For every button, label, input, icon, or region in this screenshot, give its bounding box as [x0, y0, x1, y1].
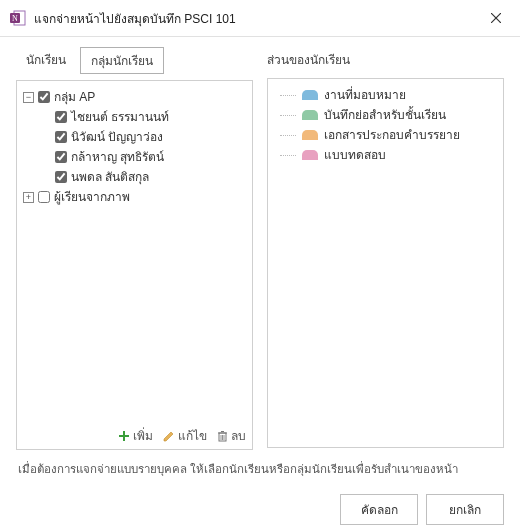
- section-tab-icon: [302, 130, 318, 140]
- section-tab-icon: [302, 90, 318, 100]
- group-external-label: ผู้เรียนจากภาพ: [54, 188, 130, 206]
- delete-group-button[interactable]: ลบ: [217, 426, 246, 445]
- close-icon: [491, 13, 501, 23]
- student-name: ไชยนต์ ธรรมานนท์: [71, 108, 169, 126]
- groups-tree-panel: − กลุ่ม AP ไชยนต์ ธรรมานนท์ นิวัฒน์ ปัญญ…: [16, 80, 253, 450]
- tab-student-groups[interactable]: กลุ่มนักเรียน: [80, 47, 164, 74]
- tree-student-row[interactable]: ไชยนต์ ธรรมานนท์: [23, 107, 246, 127]
- cancel-button[interactable]: ยกเลิก: [426, 494, 504, 525]
- section-label: งานที่มอบหมาย: [324, 86, 406, 104]
- group-ap-label: กลุ่ม AP: [54, 88, 95, 106]
- section-item[interactable]: งานที่มอบหมาย: [274, 85, 497, 105]
- pencil-icon: [163, 430, 175, 442]
- add-label: เพิ่ม: [133, 426, 153, 445]
- student-name: นิวัฒน์ ปัญญาว่อง: [71, 128, 163, 146]
- checkbox-student[interactable]: [55, 151, 67, 163]
- checkbox-student[interactable]: [55, 171, 67, 183]
- window-title: แจกจ่ายหน้าไปยังสมุดบันทึก PSCI 101: [34, 9, 480, 28]
- edit-group-button[interactable]: แก้ไข: [163, 426, 207, 445]
- tree-group-ap[interactable]: − กลุ่ม AP: [23, 87, 246, 107]
- tree-connector: [280, 95, 296, 96]
- helper-text: เมื่อต้องการแจกจ่ายแบบรายบุคคล ให้เลือกน…: [16, 450, 504, 488]
- tab-students[interactable]: นักเรียน: [16, 47, 76, 74]
- section-tab-icon: [302, 110, 318, 120]
- plus-icon: [118, 430, 130, 442]
- sections-panel: งานที่มอบหมาย บันทึกย่อสำหรับชั้นเรียน เ…: [267, 78, 504, 448]
- tree-student-row[interactable]: นิวัฒน์ ปัญญาว่อง: [23, 127, 246, 147]
- trash-icon: [217, 430, 228, 442]
- checkbox-group-ap[interactable]: [38, 91, 50, 103]
- section-item[interactable]: เอกสารประกอบคำบรรยาย: [274, 125, 497, 145]
- tree-group-external[interactable]: + ผู้เรียนจากภาพ: [23, 187, 246, 207]
- tree-connector: [280, 115, 296, 116]
- student-name: กล้าหาญ สุทธิรัตน์: [71, 148, 164, 166]
- add-group-button[interactable]: เพิ่ม: [118, 426, 153, 445]
- checkbox-student[interactable]: [55, 131, 67, 143]
- tree-student-row[interactable]: นพดล สันติสกุล: [23, 167, 246, 187]
- student-sections-heading: ส่วนของนักเรียน: [267, 47, 504, 72]
- delete-label: ลบ: [231, 426, 246, 445]
- edit-label: แก้ไข: [178, 426, 207, 445]
- checkbox-group-external[interactable]: [38, 191, 50, 203]
- tree-student-row[interactable]: กล้าหาญ สุทธิรัตน์: [23, 147, 246, 167]
- checkbox-student[interactable]: [55, 111, 67, 123]
- tree-connector: [280, 155, 296, 156]
- section-label: เอกสารประกอบคำบรรยาย: [324, 126, 460, 144]
- student-name: นพดล สันติสกุล: [71, 168, 149, 186]
- tree-connector: [280, 135, 296, 136]
- expand-icon[interactable]: +: [23, 192, 34, 203]
- onenote-app-icon: N: [10, 10, 26, 26]
- section-label: แบบทดสอบ: [324, 146, 386, 164]
- section-item[interactable]: แบบทดสอบ: [274, 145, 497, 165]
- section-label: บันทึกย่อสำหรับชั้นเรียน: [324, 106, 446, 124]
- copy-button[interactable]: คัดลอก: [340, 494, 418, 525]
- collapse-icon[interactable]: −: [23, 92, 34, 103]
- close-button[interactable]: [480, 6, 512, 30]
- section-item[interactable]: บันทึกย่อสำหรับชั้นเรียน: [274, 105, 497, 125]
- svg-text:N: N: [12, 14, 18, 23]
- section-tab-icon: [302, 150, 318, 160]
